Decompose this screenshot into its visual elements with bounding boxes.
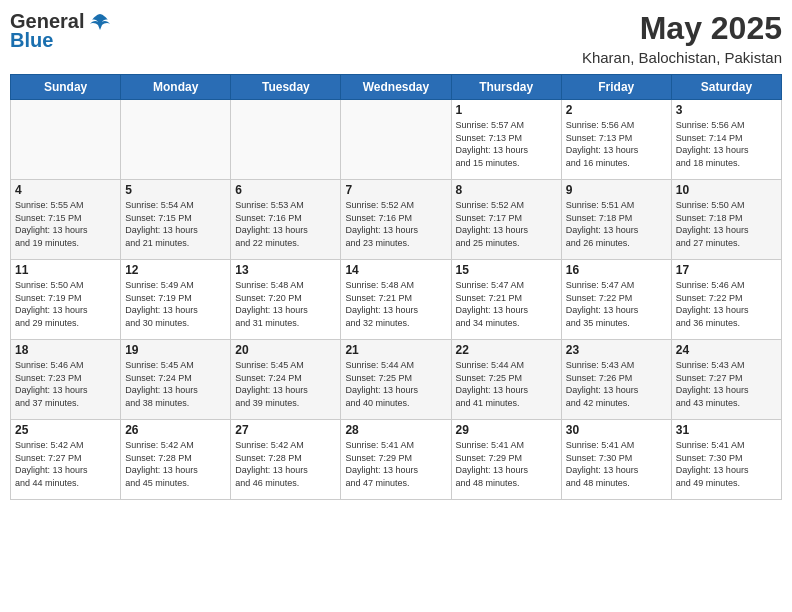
col-thursday: Thursday (451, 75, 561, 100)
day-info: Sunrise: 5:54 AM Sunset: 7:15 PM Dayligh… (125, 199, 226, 249)
table-row: 5Sunrise: 5:54 AM Sunset: 7:15 PM Daylig… (121, 180, 231, 260)
day-number: 29 (456, 423, 557, 437)
table-row: 27Sunrise: 5:42 AM Sunset: 7:28 PM Dayli… (231, 420, 341, 500)
day-number: 31 (676, 423, 777, 437)
col-saturday: Saturday (671, 75, 781, 100)
day-info: Sunrise: 5:44 AM Sunset: 7:25 PM Dayligh… (456, 359, 557, 409)
table-row: 15Sunrise: 5:47 AM Sunset: 7:21 PM Dayli… (451, 260, 561, 340)
day-number: 25 (15, 423, 116, 437)
col-friday: Friday (561, 75, 671, 100)
day-number: 6 (235, 183, 336, 197)
table-row: 14Sunrise: 5:48 AM Sunset: 7:21 PM Dayli… (341, 260, 451, 340)
day-number: 9 (566, 183, 667, 197)
main-title: May 2025 (582, 10, 782, 47)
day-info: Sunrise: 5:47 AM Sunset: 7:22 PM Dayligh… (566, 279, 667, 329)
day-info: Sunrise: 5:45 AM Sunset: 7:24 PM Dayligh… (125, 359, 226, 409)
table-row: 6Sunrise: 5:53 AM Sunset: 7:16 PM Daylig… (231, 180, 341, 260)
day-info: Sunrise: 5:49 AM Sunset: 7:19 PM Dayligh… (125, 279, 226, 329)
day-info: Sunrise: 5:50 AM Sunset: 7:19 PM Dayligh… (15, 279, 116, 329)
day-info: Sunrise: 5:53 AM Sunset: 7:16 PM Dayligh… (235, 199, 336, 249)
day-number: 5 (125, 183, 226, 197)
table-row: 2Sunrise: 5:56 AM Sunset: 7:13 PM Daylig… (561, 100, 671, 180)
day-info: Sunrise: 5:56 AM Sunset: 7:13 PM Dayligh… (566, 119, 667, 169)
day-info: Sunrise: 5:42 AM Sunset: 7:28 PM Dayligh… (125, 439, 226, 489)
table-row: 22Sunrise: 5:44 AM Sunset: 7:25 PM Dayli… (451, 340, 561, 420)
table-row: 12Sunrise: 5:49 AM Sunset: 7:19 PM Dayli… (121, 260, 231, 340)
day-info: Sunrise: 5:41 AM Sunset: 7:30 PM Dayligh… (566, 439, 667, 489)
day-number: 28 (345, 423, 446, 437)
day-number: 2 (566, 103, 667, 117)
calendar-week-5: 25Sunrise: 5:42 AM Sunset: 7:27 PM Dayli… (11, 420, 782, 500)
day-info: Sunrise: 5:43 AM Sunset: 7:27 PM Dayligh… (676, 359, 777, 409)
day-number: 20 (235, 343, 336, 357)
calendar-week-1: 1Sunrise: 5:57 AM Sunset: 7:13 PM Daylig… (11, 100, 782, 180)
day-number: 19 (125, 343, 226, 357)
table-row (11, 100, 121, 180)
day-number: 1 (456, 103, 557, 117)
table-row: 17Sunrise: 5:46 AM Sunset: 7:22 PM Dayli… (671, 260, 781, 340)
day-number: 21 (345, 343, 446, 357)
table-row: 8Sunrise: 5:52 AM Sunset: 7:17 PM Daylig… (451, 180, 561, 260)
day-info: Sunrise: 5:45 AM Sunset: 7:24 PM Dayligh… (235, 359, 336, 409)
day-number: 24 (676, 343, 777, 357)
table-row: 7Sunrise: 5:52 AM Sunset: 7:16 PM Daylig… (341, 180, 451, 260)
subtitle: Kharan, Balochistan, Pakistan (582, 49, 782, 66)
day-info: Sunrise: 5:41 AM Sunset: 7:29 PM Dayligh… (456, 439, 557, 489)
table-row: 26Sunrise: 5:42 AM Sunset: 7:28 PM Dayli… (121, 420, 231, 500)
calendar-table: Sunday Monday Tuesday Wednesday Thursday… (10, 74, 782, 500)
day-number: 22 (456, 343, 557, 357)
table-row: 23Sunrise: 5:43 AM Sunset: 7:26 PM Dayli… (561, 340, 671, 420)
day-info: Sunrise: 5:44 AM Sunset: 7:25 PM Dayligh… (345, 359, 446, 409)
day-number: 15 (456, 263, 557, 277)
table-row: 3Sunrise: 5:56 AM Sunset: 7:14 PM Daylig… (671, 100, 781, 180)
col-monday: Monday (121, 75, 231, 100)
day-info: Sunrise: 5:48 AM Sunset: 7:21 PM Dayligh… (345, 279, 446, 329)
day-number: 3 (676, 103, 777, 117)
table-row: 10Sunrise: 5:50 AM Sunset: 7:18 PM Dayli… (671, 180, 781, 260)
day-number: 18 (15, 343, 116, 357)
table-row: 20Sunrise: 5:45 AM Sunset: 7:24 PM Dayli… (231, 340, 341, 420)
table-row (121, 100, 231, 180)
logo-bird-icon (88, 12, 112, 32)
table-row: 19Sunrise: 5:45 AM Sunset: 7:24 PM Dayli… (121, 340, 231, 420)
day-info: Sunrise: 5:57 AM Sunset: 7:13 PM Dayligh… (456, 119, 557, 169)
table-row: 4Sunrise: 5:55 AM Sunset: 7:15 PM Daylig… (11, 180, 121, 260)
day-info: Sunrise: 5:47 AM Sunset: 7:21 PM Dayligh… (456, 279, 557, 329)
page-header: General Blue May 2025 Kharan, Balochista… (10, 10, 782, 66)
day-number: 23 (566, 343, 667, 357)
calendar-week-2: 4Sunrise: 5:55 AM Sunset: 7:15 PM Daylig… (11, 180, 782, 260)
calendar-week-4: 18Sunrise: 5:46 AM Sunset: 7:23 PM Dayli… (11, 340, 782, 420)
day-info: Sunrise: 5:41 AM Sunset: 7:30 PM Dayligh… (676, 439, 777, 489)
calendar-week-3: 11Sunrise: 5:50 AM Sunset: 7:19 PM Dayli… (11, 260, 782, 340)
day-number: 16 (566, 263, 667, 277)
day-info: Sunrise: 5:52 AM Sunset: 7:16 PM Dayligh… (345, 199, 446, 249)
table-row: 13Sunrise: 5:48 AM Sunset: 7:20 PM Dayli… (231, 260, 341, 340)
day-number: 26 (125, 423, 226, 437)
table-row: 21Sunrise: 5:44 AM Sunset: 7:25 PM Dayli… (341, 340, 451, 420)
col-tuesday: Tuesday (231, 75, 341, 100)
day-info: Sunrise: 5:56 AM Sunset: 7:14 PM Dayligh… (676, 119, 777, 169)
day-info: Sunrise: 5:46 AM Sunset: 7:23 PM Dayligh… (15, 359, 116, 409)
table-row: 28Sunrise: 5:41 AM Sunset: 7:29 PM Dayli… (341, 420, 451, 500)
logo: General Blue (10, 10, 112, 52)
table-row: 24Sunrise: 5:43 AM Sunset: 7:27 PM Dayli… (671, 340, 781, 420)
table-row (231, 100, 341, 180)
table-row: 18Sunrise: 5:46 AM Sunset: 7:23 PM Dayli… (11, 340, 121, 420)
day-number: 27 (235, 423, 336, 437)
col-wednesday: Wednesday (341, 75, 451, 100)
day-number: 12 (125, 263, 226, 277)
day-info: Sunrise: 5:43 AM Sunset: 7:26 PM Dayligh… (566, 359, 667, 409)
day-info: Sunrise: 5:55 AM Sunset: 7:15 PM Dayligh… (15, 199, 116, 249)
day-info: Sunrise: 5:48 AM Sunset: 7:20 PM Dayligh… (235, 279, 336, 329)
day-number: 4 (15, 183, 116, 197)
table-row (341, 100, 451, 180)
table-row: 11Sunrise: 5:50 AM Sunset: 7:19 PM Dayli… (11, 260, 121, 340)
day-info: Sunrise: 5:51 AM Sunset: 7:18 PM Dayligh… (566, 199, 667, 249)
col-sunday: Sunday (11, 75, 121, 100)
day-number: 7 (345, 183, 446, 197)
day-info: Sunrise: 5:52 AM Sunset: 7:17 PM Dayligh… (456, 199, 557, 249)
day-number: 8 (456, 183, 557, 197)
day-info: Sunrise: 5:42 AM Sunset: 7:27 PM Dayligh… (15, 439, 116, 489)
title-area: May 2025 Kharan, Balochistan, Pakistan (582, 10, 782, 66)
day-number: 14 (345, 263, 446, 277)
